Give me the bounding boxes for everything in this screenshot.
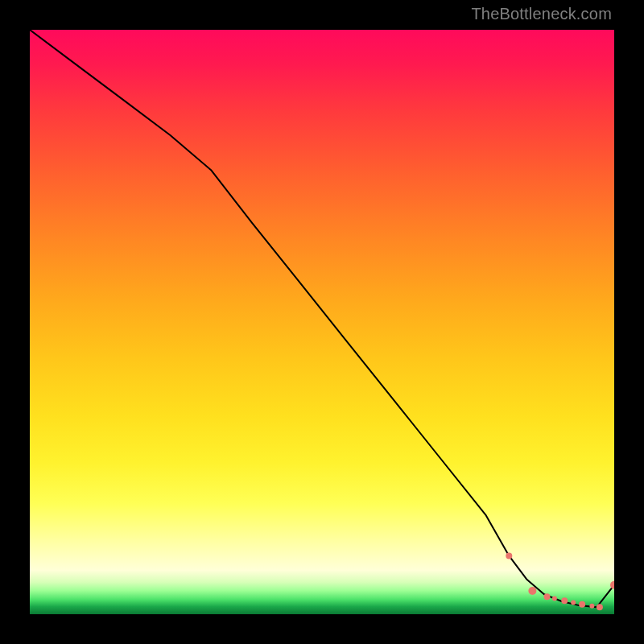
series-marker	[571, 601, 576, 605]
plot-area	[30, 30, 614, 614]
chart-svg	[30, 30, 614, 614]
series-marker	[579, 601, 585, 608]
series-marker	[597, 604, 603, 610]
series-marker	[552, 596, 557, 601]
series-marker	[544, 593, 551, 600]
series-line	[30, 30, 614, 607]
series-marker	[589, 604, 594, 609]
series-marker	[610, 581, 614, 589]
chart-stage: TheBottleneck.com	[0, 0, 644, 644]
series-marker	[506, 552, 512, 559]
series-marker	[561, 597, 568, 604]
series-marker	[528, 587, 536, 595]
watermark-text: TheBottleneck.com	[471, 5, 612, 23]
line-layer	[30, 30, 614, 607]
marker-layer	[506, 552, 614, 610]
